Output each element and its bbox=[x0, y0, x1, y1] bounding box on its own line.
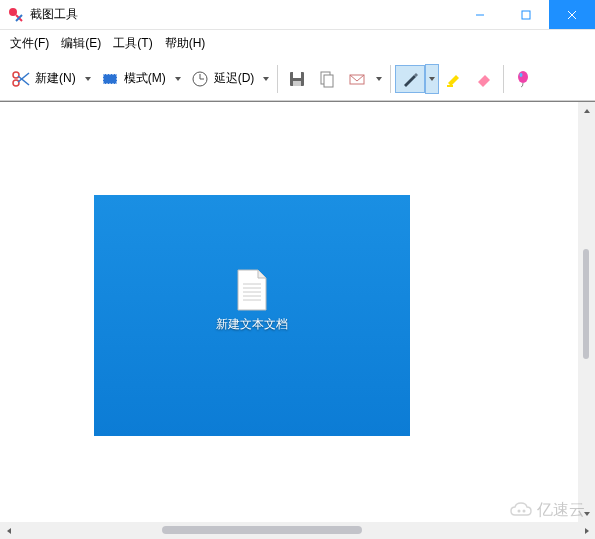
new-snip-button[interactable]: 新建(N) bbox=[6, 65, 81, 93]
scroll-up-icon[interactable] bbox=[578, 102, 595, 119]
rectangle-icon bbox=[100, 69, 120, 89]
toolbar-separator-3 bbox=[503, 65, 504, 93]
mode-label: 模式(M) bbox=[124, 70, 166, 87]
svg-rect-17 bbox=[324, 75, 333, 87]
svg-point-5 bbox=[13, 72, 19, 78]
horizontal-scrollbar[interactable] bbox=[0, 522, 595, 539]
app-icon bbox=[8, 7, 24, 23]
save-button[interactable] bbox=[282, 65, 312, 93]
copy-button[interactable] bbox=[312, 65, 342, 93]
menu-edit[interactable]: 编辑(E) bbox=[57, 33, 105, 54]
highlighter-icon bbox=[444, 69, 464, 89]
menu-tools[interactable]: 工具(T) bbox=[109, 33, 156, 54]
minimize-button[interactable] bbox=[457, 0, 503, 29]
svg-rect-15 bbox=[293, 81, 301, 86]
title-bar: 截图工具 bbox=[0, 0, 595, 30]
svg-rect-2 bbox=[522, 11, 530, 19]
scrollbar-thumb[interactable] bbox=[583, 249, 589, 359]
email-button[interactable] bbox=[342, 65, 372, 93]
window-title: 截图工具 bbox=[30, 6, 457, 23]
email-dropdown[interactable] bbox=[372, 75, 386, 83]
balloon-icon bbox=[513, 69, 533, 89]
eraser-icon bbox=[474, 69, 494, 89]
captured-image[interactable]: 新建文本文档 bbox=[94, 195, 410, 436]
pen-button[interactable] bbox=[395, 65, 425, 93]
close-button[interactable] bbox=[549, 0, 595, 29]
maximize-button[interactable] bbox=[503, 0, 549, 29]
desktop-file-icon: 新建文本文档 bbox=[202, 268, 302, 333]
mode-dropdown[interactable] bbox=[171, 75, 185, 83]
highlighter-button[interactable] bbox=[439, 65, 469, 93]
copy-icon bbox=[317, 69, 337, 89]
document-icon bbox=[232, 268, 272, 312]
pen-icon bbox=[400, 69, 420, 89]
svg-point-20 bbox=[518, 71, 528, 83]
toolbar-separator bbox=[277, 65, 278, 93]
toolbar-separator-2 bbox=[390, 65, 391, 93]
svg-point-6 bbox=[13, 80, 19, 86]
paint3d-button[interactable] bbox=[508, 65, 538, 93]
scissors-icon bbox=[11, 69, 31, 89]
svg-rect-19 bbox=[447, 85, 453, 87]
svg-rect-14 bbox=[293, 72, 301, 78]
eraser-button[interactable] bbox=[469, 65, 499, 93]
svg-point-0 bbox=[9, 8, 17, 16]
mail-icon bbox=[347, 69, 367, 89]
save-icon bbox=[287, 69, 307, 89]
menu-file[interactable]: 文件(F) bbox=[6, 33, 53, 54]
mode-button[interactable]: 模式(M) bbox=[95, 65, 171, 93]
scrollbar-track[interactable] bbox=[17, 522, 578, 539]
scroll-left-icon[interactable] bbox=[0, 522, 17, 539]
svg-rect-9 bbox=[103, 74, 117, 84]
new-snip-dropdown[interactable] bbox=[81, 75, 95, 83]
desktop-file-label: 新建文本文档 bbox=[202, 316, 302, 333]
scroll-right-icon[interactable] bbox=[578, 522, 595, 539]
toolbar: 新建(N) 模式(M) 延迟(D) bbox=[0, 57, 595, 101]
canvas-area: 新建文本文档 bbox=[0, 101, 595, 522]
window-controls bbox=[457, 0, 595, 29]
vertical-scrollbar[interactable] bbox=[578, 102, 595, 522]
new-snip-label: 新建(N) bbox=[35, 70, 76, 87]
pen-dropdown[interactable] bbox=[425, 64, 439, 94]
scrollbar-thumb-h[interactable] bbox=[162, 526, 362, 534]
svg-point-21 bbox=[520, 73, 523, 77]
menubar: 文件(F) 编辑(E) 工具(T) 帮助(H) bbox=[0, 30, 595, 57]
delay-label: 延迟(D) bbox=[214, 70, 255, 87]
delay-button[interactable]: 延迟(D) bbox=[185, 65, 260, 93]
menu-help[interactable]: 帮助(H) bbox=[161, 33, 210, 54]
scroll-down-icon[interactable] bbox=[578, 505, 595, 522]
clock-icon bbox=[190, 69, 210, 89]
delay-dropdown[interactable] bbox=[259, 75, 273, 83]
